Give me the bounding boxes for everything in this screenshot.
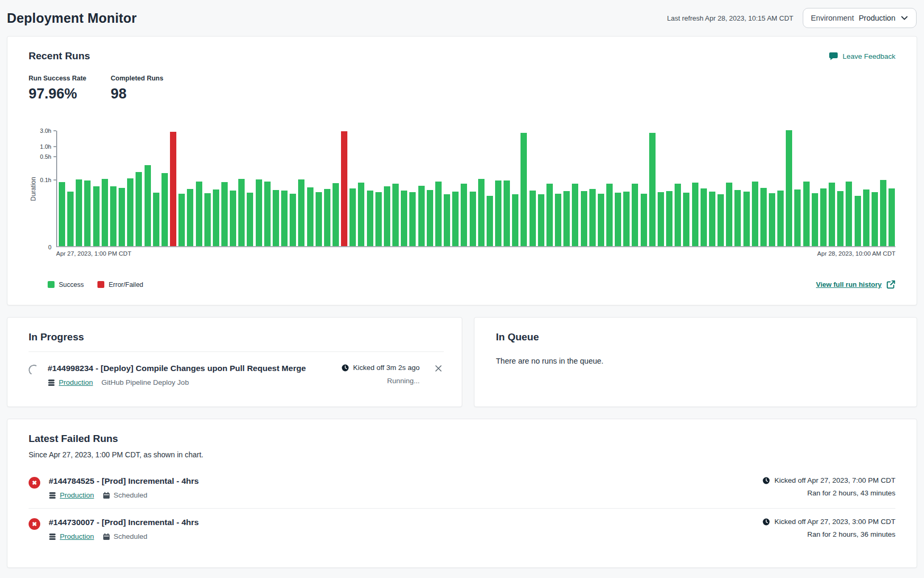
chart-bar-success[interactable] [316,192,322,246]
chart-bar-success[interactable] [632,184,638,246]
chart-bar-success[interactable] [238,179,245,246]
chart-bar-success[interactable] [752,182,758,246]
chart-bar-success[interactable] [777,191,784,246]
chart-bar-success[interactable] [530,191,536,246]
chart-bar-success[interactable] [153,193,159,246]
chart-bar-success[interactable] [461,184,467,246]
chart-bar-success[interactable] [709,192,715,246]
chart-bar-success[interactable] [692,183,698,246]
chart-bar-success[interactable] [760,188,767,246]
chart-bar-success[interactable] [196,182,202,246]
chart-bar-success[interactable] [829,183,835,246]
chart-bar-success[interactable] [487,196,493,246]
chart-bar-success[interactable] [701,188,707,246]
chart-bar-success[interactable] [401,191,407,246]
chart-bar-success[interactable] [409,192,416,246]
environment-link[interactable]: Production [60,532,94,540]
chart-bar-success[interactable] [136,172,142,246]
chart-bar-success[interactable] [572,184,578,246]
chart-bar-success[interactable] [546,184,553,246]
chart-bar-success[interactable] [820,188,827,246]
chart-bar-success[interactable] [598,194,604,246]
chart-bar-success[interactable] [110,186,116,246]
chart-bar-success[interactable] [221,182,228,246]
chart-bar-success[interactable] [264,182,271,246]
close-icon[interactable] [433,364,444,372]
chart-bar-success[interactable] [281,191,288,246]
chart-bar-success[interactable] [512,194,518,246]
chart-bar-success[interactable] [846,182,852,246]
chart-bar-success[interactable] [367,191,373,246]
chart-bar-failed[interactable] [170,132,176,246]
chart-bar-success[interactable] [84,180,91,246]
chart-bar-success[interactable] [863,189,869,246]
chart-bar-success[interactable] [230,191,236,246]
chart-bar-success[interactable] [615,193,621,246]
chart-bar-success[interactable] [880,180,886,246]
chart-bar-success[interactable] [649,133,656,246]
chart-bar-success[interactable] [384,186,390,246]
chart-bar-success[interactable] [349,188,356,246]
chart-bar-success[interactable] [812,193,818,246]
chart-bar-success[interactable] [683,193,689,246]
chart-bar-success[interactable] [102,179,108,246]
chart-bar-success[interactable] [67,192,74,246]
chart-bar-success[interactable] [444,194,450,246]
chart-bar-success[interactable] [521,133,527,246]
chart-bar-success[interactable] [145,165,151,246]
chart-bar-success[interactable] [333,183,339,246]
chart-bar-success[interactable] [563,191,570,246]
chart-bar-success[interactable] [247,193,253,246]
chart-bar-success[interactable] [307,187,313,246]
chart-bar-success[interactable] [427,190,433,246]
chart-bar-success[interactable] [641,194,647,246]
chart-bar-success[interactable] [581,191,587,246]
chart-bar-success[interactable] [769,193,775,246]
environment-select[interactable]: Environment Production [803,8,917,28]
chart-bar-success[interactable] [273,190,279,246]
run-title[interactable]: #144730007 - [Prod] Incremental - 4hrs [49,518,762,527]
chart-bar-success[interactable] [538,194,544,246]
chart-bar-success[interactable] [93,186,100,246]
chart-bar-success[interactable] [504,180,510,246]
view-full-run-history-link[interactable]: View full run history [816,280,895,289]
chart-bar-success[interactable] [495,180,501,246]
chart-bar-success[interactable] [623,192,630,246]
chart-bar-success[interactable] [187,189,193,246]
chart-bar-success[interactable] [290,194,296,246]
chart-bar-success[interactable] [76,179,82,246]
chart-bar-success[interactable] [162,173,168,246]
run-title[interactable]: #144784525 - [Prod] Incremental - 4hrs [49,476,762,486]
chart-bar-success[interactable] [452,192,459,246]
chart-bar-success[interactable] [470,192,476,246]
chart-bar-success[interactable] [298,179,304,246]
chart-bar-success[interactable] [889,188,895,246]
chart-bar-success[interactable] [675,184,681,246]
chart-bar-success[interactable] [589,189,596,246]
chart-bar-success[interactable] [256,179,262,246]
environment-link[interactable]: Production [60,491,94,499]
chart-bar-success[interactable] [375,192,382,246]
chart-bar-success[interactable] [555,194,561,246]
chart-bar-success[interactable] [855,196,861,246]
environment-link[interactable]: Production [59,378,93,386]
chart-bar-success[interactable] [717,194,724,246]
chart-bar-success[interactable] [658,192,664,246]
chart-bar-success[interactable] [119,188,125,246]
chart-bar-failed[interactable] [341,131,347,246]
chart-bar-success[interactable] [794,189,801,246]
chart-bar-success[interactable] [204,193,211,246]
chart-bar-success[interactable] [606,184,613,246]
chart-bar-success[interactable] [435,182,442,246]
chart-bar-success[interactable] [734,190,741,246]
chart-bar-success[interactable] [478,179,485,246]
leave-feedback-link[interactable]: Leave Feedback [829,52,895,61]
run-title[interactable]: #144998234 - [Deploy] Compile Changes up… [48,364,342,373]
chart-bar-success[interactable] [803,182,810,246]
chart-bar-success[interactable] [392,184,399,246]
chart-bar-success[interactable] [358,183,364,246]
chart-bar-success[interactable] [324,189,330,246]
chart-bar-success[interactable] [743,192,750,246]
chart-bar-success[interactable] [213,189,219,246]
chart-bar-success[interactable] [726,183,732,246]
